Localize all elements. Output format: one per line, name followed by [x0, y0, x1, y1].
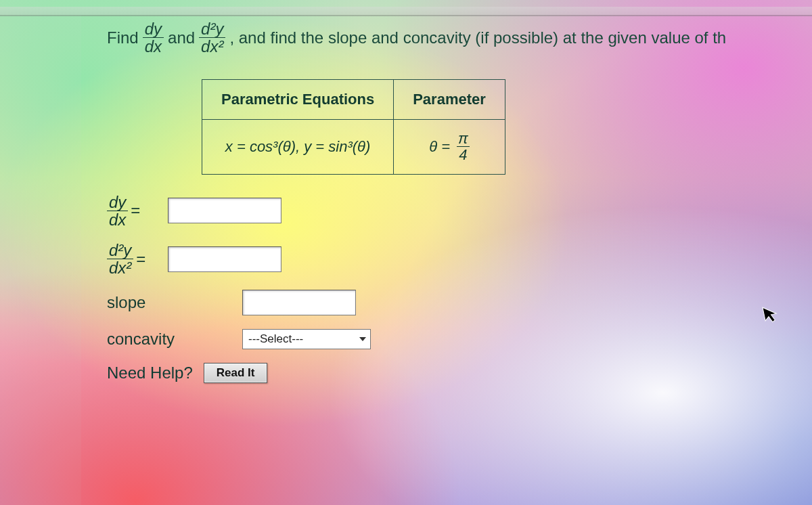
answer-row-slope: slope	[107, 290, 812, 315]
slope-input[interactable]	[242, 290, 356, 315]
answer-label-dy-dx: dy dx =	[107, 194, 168, 228]
read-it-button[interactable]: Read It	[204, 363, 268, 383]
answer-row-d2y-dx2: d²y dx² =	[107, 242, 812, 276]
question-text: Find dy dx and d²y dx² , and find the sl…	[107, 20, 812, 55]
frac-den: dx²	[107, 259, 133, 276]
answer-label-concavity: concavity	[107, 330, 202, 349]
fraction-dy-dx: dy dx	[143, 20, 164, 55]
table-cell-equations: x = cos³(θ), y = sin³(θ)	[202, 120, 394, 174]
frac-den: dx	[107, 211, 128, 228]
frac-num: d²y	[200, 20, 225, 37]
need-help-label: Need Help?	[107, 364, 193, 382]
window-top-border	[0, 7, 812, 16]
frac-num: dy	[108, 194, 127, 211]
need-help-row: Need Help? Read It	[107, 363, 812, 383]
parametric-table: Parametric Equations Parameter x = cos³(…	[202, 79, 505, 174]
parameter-theta-equals: θ =	[429, 138, 450, 156]
homework-screen: Find dy dx and d²y dx² , and find the sl…	[0, 0, 812, 505]
table-header-parameter: Parameter	[394, 80, 505, 120]
answer-row-dy-dx: dy dx =	[107, 194, 812, 228]
question-rest: , and find the slope and concavity (if p…	[229, 28, 726, 47]
fraction-label: dy dx	[107, 194, 128, 228]
dy-dx-input[interactable]	[168, 198, 281, 223]
answer-label-d2y-dx2: d²y dx² =	[107, 242, 168, 276]
chevron-down-icon	[355, 330, 370, 349]
answers-block: dy dx = d²y dx² = slope	[107, 194, 812, 350]
select-placeholder: ---Select---	[243, 330, 355, 349]
fraction-d2y-dx2: d²y dx²	[199, 20, 225, 55]
question-and: and	[168, 28, 195, 47]
left-margin	[0, 15, 81, 505]
fraction-pi-over-4: π 4	[457, 131, 470, 162]
frac-den: dx	[143, 37, 164, 55]
answer-row-concavity: concavity ---Select---	[107, 329, 812, 349]
frac-num: dy	[143, 20, 163, 37]
frac-den: 4	[457, 146, 469, 162]
equals-sign: =	[136, 250, 145, 269]
frac-num: d²y	[108, 242, 133, 259]
table-header-equations: Parametric Equations	[202, 80, 394, 120]
d2y-dx2-input[interactable]	[168, 246, 281, 272]
fraction-label: d²y dx²	[107, 242, 133, 276]
frac-num: π	[457, 131, 470, 146]
equals-sign: =	[131, 201, 140, 220]
parametric-equations-value: x = cos³(θ), y = sin³(θ)	[225, 138, 371, 155]
frac-den: dx²	[199, 37, 225, 55]
concavity-select[interactable]: ---Select---	[242, 329, 371, 349]
question-content: Find dy dx and d²y dx² , and find the sl…	[107, 20, 812, 383]
question-prefix: Find	[107, 28, 139, 47]
answer-label-slope: slope	[107, 293, 202, 312]
table-cell-parameter: θ = π 4	[394, 120, 505, 174]
